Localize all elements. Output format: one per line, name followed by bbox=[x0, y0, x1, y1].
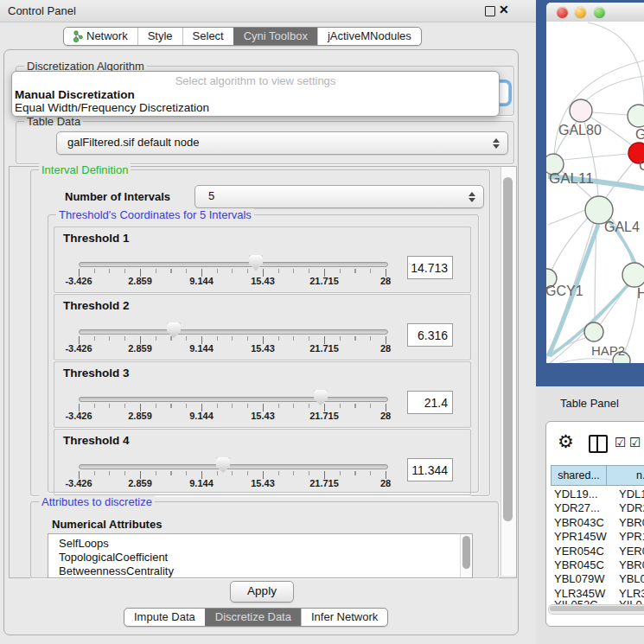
table-cell[interactable]: YIL052C bbox=[554, 598, 598, 604]
checkbox-icon[interactable]: ☑ bbox=[615, 435, 626, 450]
table-data-selected-value: galFiltered.sif default node bbox=[67, 132, 199, 153]
threshold-2-panel: Threshold 2 -3.426 2.859 9.144 15.43 21.… bbox=[54, 294, 471, 360]
column-header-name[interactable]: n... bbox=[606, 465, 644, 486]
table-hscrollbar-track[interactable] bbox=[548, 604, 644, 615]
threshold-4-value-field[interactable]: 11.344 bbox=[407, 458, 453, 481]
column-header-shared[interactable]: shared... bbox=[551, 465, 607, 486]
tick-label: 9.144 bbox=[189, 276, 214, 286]
tick-label: 15.43 bbox=[251, 411, 275, 421]
number-of-intervals-label: Number of Intervals bbox=[65, 190, 170, 203]
combo-stepper-icon bbox=[469, 192, 475, 202]
table-cell[interactable]: YBR043C bbox=[554, 516, 604, 529]
node-label-ga: GA bbox=[635, 127, 644, 143]
settings-gear-icon[interactable]: ⚙ bbox=[558, 431, 574, 452]
tick-label: 9.144 bbox=[189, 411, 214, 421]
table-cell[interactable]: YBL0... bbox=[619, 572, 644, 585]
list-scrollbar-thumb[interactable] bbox=[462, 536, 470, 569]
node-label-gal4: GAL4 bbox=[604, 220, 640, 235]
checkbox-icon[interactable]: ☑ bbox=[629, 435, 641, 450]
tick-label: -3.426 bbox=[65, 343, 92, 354]
tab-network[interactable]: Network bbox=[64, 28, 137, 45]
tick-label: 15.43 bbox=[251, 343, 275, 354]
table-cell[interactable]: YBL079W bbox=[554, 572, 605, 585]
table-data-combobox[interactable]: galFiltered.sif default node bbox=[56, 131, 508, 155]
close-icon[interactable]: ✕ bbox=[499, 3, 509, 16]
control-panel-tab-bar: Network Style Select Cyni Toolbox jActiv… bbox=[63, 27, 422, 46]
slider-major-ticks bbox=[79, 471, 387, 479]
number-of-intervals-value: 5 bbox=[208, 186, 214, 207]
bottom-tab-bar: Impute Data Discretize Data Infer Networ… bbox=[124, 608, 388, 627]
table-cell[interactable]: YIL0... bbox=[619, 598, 644, 604]
zoom-traffic-light[interactable] bbox=[594, 7, 605, 18]
table-cell[interactable]: YER0... bbox=[619, 545, 644, 558]
table-cell[interactable]: YBR0... bbox=[619, 516, 644, 529]
threshold-4-slider-track[interactable] bbox=[79, 464, 388, 469]
threshold-3-slider-track[interactable] bbox=[79, 397, 388, 402]
float-window-icon[interactable] bbox=[485, 6, 495, 16]
close-traffic-light[interactable] bbox=[557, 7, 568, 18]
table-data-group-title: Table Data bbox=[24, 115, 83, 128]
slider-major-ticks bbox=[79, 269, 387, 277]
threshold-1-slider-track[interactable] bbox=[79, 262, 388, 267]
tick-label: 28 bbox=[380, 343, 391, 354]
list-item[interactable]: BetweennessCentrality bbox=[59, 564, 174, 577]
tick-label: -3.426 bbox=[65, 276, 92, 286]
threshold-2-label: Threshold 2 bbox=[63, 299, 130, 312]
tab-style[interactable]: Style bbox=[137, 28, 182, 45]
tick-label: 28 bbox=[380, 411, 391, 421]
table-cell[interactable]: YDL1... bbox=[619, 488, 644, 501]
table-cell[interactable]: YDR2... bbox=[619, 501, 644, 514]
node-label-gal11: GAL11 bbox=[549, 170, 594, 188]
tab-network-label: Network bbox=[86, 28, 128, 45]
tick-label: 2.859 bbox=[128, 343, 152, 354]
threshold-1-value-field[interactable]: 14.713 bbox=[407, 256, 453, 279]
number-of-intervals-combobox[interactable]: 5 bbox=[194, 185, 484, 208]
table-hscrollbar-thumb[interactable] bbox=[550, 606, 644, 611]
list-item[interactable]: SelfLoops bbox=[59, 537, 109, 550]
settings-scrollbar-thumb[interactable] bbox=[503, 177, 513, 521]
tab-jactivemnodules[interactable]: jActiveMNodules bbox=[317, 28, 421, 45]
table-cell[interactable]: YPR1... bbox=[619, 530, 644, 543]
node-ga-partial[interactable] bbox=[628, 105, 644, 127]
table-cell[interactable]: YER054C bbox=[554, 545, 604, 558]
threshold-2-slider-track[interactable] bbox=[79, 329, 388, 335]
threshold-1-label: Threshold 1 bbox=[63, 232, 130, 245]
tick-label: 21.715 bbox=[309, 411, 339, 421]
threshold-1-panel: Threshold 1 -3.426 2.859 9.144 15.43 21.… bbox=[54, 226, 471, 293]
table-cell[interactable]: YPR145W bbox=[554, 530, 607, 543]
node-h-partial[interactable] bbox=[622, 263, 644, 287]
tick-label: -3.426 bbox=[65, 411, 92, 421]
table-cell[interactable]: YDR27... bbox=[554, 501, 600, 514]
algorithm-option-equal-width[interactable]: Equal Width/Frequency Discretization bbox=[15, 101, 209, 114]
tab-select[interactable]: Select bbox=[182, 28, 233, 45]
apply-button[interactable]: Apply bbox=[230, 581, 294, 603]
threshold-4-label: Threshold 4 bbox=[63, 434, 130, 447]
tab-infer-network[interactable]: Infer Network bbox=[301, 609, 387, 626]
tick-label: 2.859 bbox=[128, 478, 152, 488]
algorithm-option-manual[interactable]: Manual Discretization bbox=[15, 88, 135, 101]
node-hap2[interactable] bbox=[584, 322, 603, 341]
columns-icon[interactable] bbox=[589, 435, 608, 453]
list-scrollbar-track[interactable] bbox=[460, 534, 472, 577]
threshold-4-panel: Threshold 4 -3.426 2.859 9.144 15.43 21.… bbox=[54, 429, 471, 495]
interval-definition-title: Interval Definition bbox=[39, 163, 131, 176]
tick-label: 28 bbox=[380, 276, 391, 286]
threshold-3-value-field[interactable]: 21.4 bbox=[407, 391, 453, 414]
threshold-2-value-field[interactable]: 6.316 bbox=[407, 323, 453, 347]
node-gal80[interactable] bbox=[570, 99, 592, 122]
threshold-3-label: Threshold 3 bbox=[63, 367, 130, 379]
tick-label: 28 bbox=[380, 478, 391, 488]
tab-cyni-toolbox[interactable]: Cyni Toolbox bbox=[233, 28, 317, 45]
list-item[interactable]: TopologicalCoefficient bbox=[59, 551, 168, 564]
network-canvas[interactable]: GAL80 GA C GAL11 GAL4 GCY1 H HAP2 bbox=[546, 22, 644, 363]
minimize-traffic-light[interactable] bbox=[575, 7, 586, 18]
tab-discretize-data[interactable]: Discretize Data bbox=[205, 609, 301, 626]
node-label-c: C bbox=[639, 158, 644, 174]
slider-major-ticks bbox=[79, 336, 387, 344]
tab-impute-data[interactable]: Impute Data bbox=[124, 609, 205, 626]
table-cell[interactable]: YBR045C bbox=[554, 558, 604, 571]
numerical-attributes-label: Numerical Attributes bbox=[52, 518, 162, 531]
table-cell[interactable]: YBR0... bbox=[619, 558, 644, 571]
tick-label: 21.715 bbox=[309, 276, 339, 286]
table-cell[interactable]: YDL19... bbox=[554, 488, 598, 501]
